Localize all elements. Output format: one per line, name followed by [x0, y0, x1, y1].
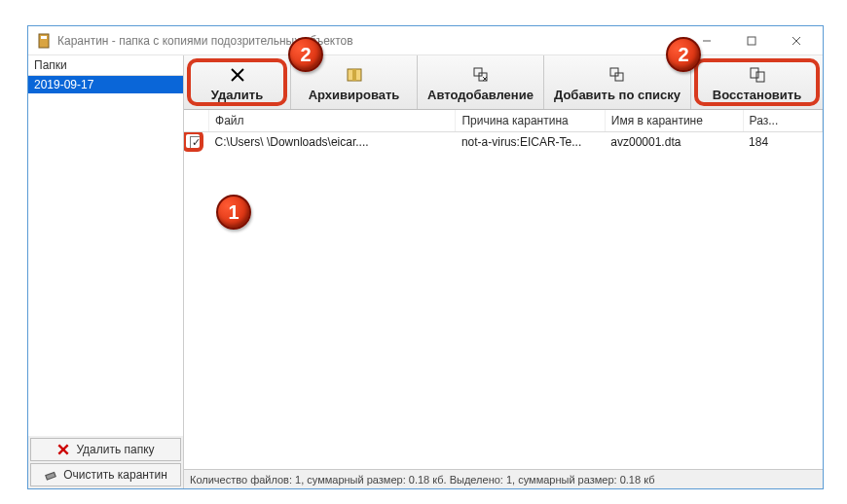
eraser-icon [44, 468, 57, 482]
cell-reason: not-a-virus:EICAR-Te... [456, 132, 605, 153]
app-icon [36, 33, 52, 49]
column-size[interactable]: Раз... [743, 110, 822, 132]
x-icon [56, 443, 70, 456]
window-title: Карантин - папка с копиями подозрительны… [57, 34, 684, 48]
archive-button[interactable]: Архивировать [291, 55, 418, 109]
restore-label: Восстановить [713, 88, 801, 102]
restore-icon [748, 64, 767, 86]
cursor-copy-icon [471, 64, 491, 86]
delete-button[interactable]: Удалить [184, 55, 291, 109]
sidebar: Папки 2019-09-17 Удалить папку Очистить … [28, 55, 184, 488]
x-icon [228, 64, 247, 86]
titlebar: Карантин - папка с копиями подозрительны… [28, 26, 823, 55]
sidebar-header: Папки [28, 55, 183, 76]
folder-item[interactable]: 2019-09-17 [28, 76, 183, 93]
column-file[interactable]: Файл [209, 110, 456, 132]
table-header-row: Файл Причина карантина Имя в карантине Р… [184, 110, 823, 132]
status-text: Количество файлов: 1, суммарный размер: … [190, 474, 655, 486]
cell-file: C:\Users\ \Downloads\eicar.... [209, 132, 456, 153]
clear-quarantine-label: Очистить карантин [63, 468, 167, 482]
svg-rect-17 [751, 68, 758, 78]
delete-folder-button[interactable]: Удалить папку [30, 438, 181, 461]
minimize-button[interactable] [684, 27, 729, 54]
clear-quarantine-button[interactable]: Очистить карантин [30, 463, 181, 486]
add-by-list-button[interactable]: Добавить по списку [544, 55, 691, 109]
archive-icon [345, 64, 364, 86]
delete-label: Удалить [211, 88, 263, 102]
archive-label: Архивировать [309, 88, 400, 102]
table-row[interactable]: C:\Users\ \Downloads\eicar.... not-a-vir… [184, 132, 823, 153]
svg-rect-12 [352, 69, 356, 81]
svg-rect-8 [46, 472, 55, 480]
add-by-list-label: Добавить по списку [554, 88, 681, 102]
column-checkbox[interactable] [184, 110, 209, 132]
autoadd-button[interactable]: Автодобавление [418, 55, 544, 109]
svg-rect-1 [41, 36, 47, 39]
cell-qname: avz00001.dta [605, 132, 743, 153]
cursor-list-icon [608, 64, 627, 86]
cell-size: 184 [743, 132, 822, 153]
row-checkbox[interactable] [190, 136, 203, 149]
main-area: Удалить Архивировать Автодобавление Доба… [184, 55, 823, 488]
svg-rect-15 [610, 68, 618, 76]
column-qname[interactable]: Имя в карантине [605, 110, 743, 132]
close-button[interactable] [774, 27, 819, 54]
quarantine-window: Карантин - папка с копиями подозрительны… [27, 25, 824, 489]
restore-button[interactable]: Восстановить [691, 55, 823, 109]
svg-rect-16 [615, 73, 623, 81]
folder-list[interactable]: 2019-09-17 [28, 76, 183, 436]
svg-rect-13 [474, 68, 482, 76]
svg-rect-18 [756, 72, 764, 82]
delete-folder-label: Удалить папку [76, 443, 154, 456]
column-reason[interactable]: Причина карантина [456, 110, 605, 132]
maximize-button[interactable] [729, 27, 774, 54]
window-controls [684, 27, 819, 54]
file-table: Файл Причина карантина Имя в карантине Р… [184, 110, 823, 469]
autoadd-label: Автодобавление [427, 88, 534, 102]
svg-rect-3 [748, 37, 755, 45]
status-bar: Количество файлов: 1, суммарный размер: … [184, 469, 823, 488]
toolbar: Удалить Архивировать Автодобавление Доба… [184, 55, 823, 110]
